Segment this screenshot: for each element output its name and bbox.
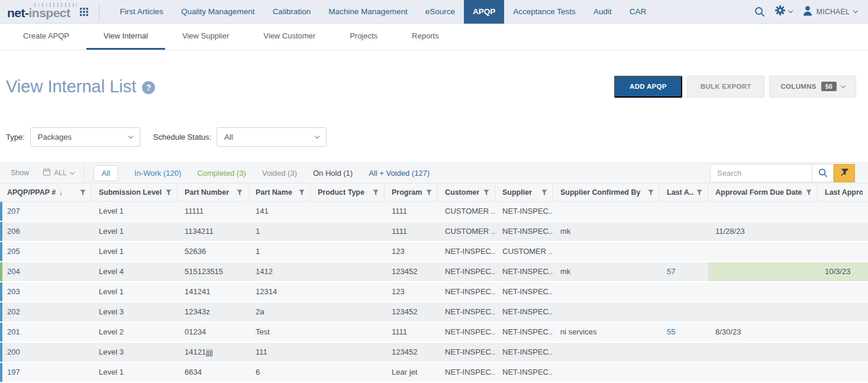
apqp-number-link[interactable]: 205 [0, 242, 92, 261]
table-row-200[interactable]: 200Level 314121jjjj111123452NET-INSPEC..… [0, 343, 868, 362]
cell-approval-form-due-date [708, 242, 818, 261]
schedule-status-select[interactable]: All [217, 127, 327, 147]
status-tab-in-work-120[interactable]: In-Work (120) [134, 169, 181, 178]
status-tab-all-voided-127[interactable]: All + Voided (127) [369, 169, 430, 178]
sub-nav-item-create-apqp[interactable]: Create APQP [6, 24, 86, 50]
columns-button[interactable]: COLUMNS 50 [769, 76, 856, 98]
main-nav-item-car[interactable]: CAR [621, 0, 656, 24]
sub-nav-item-view-supplier[interactable]: View Supplier [165, 24, 246, 50]
cell-submission-level: Level 1 [92, 242, 178, 261]
column-filter-funnel-icon[interactable] [237, 189, 243, 196]
apqp-number-link[interactable]: 204 [0, 262, 92, 281]
table-row-201[interactable]: 201Level 201234Test1111NET-INSPEC...NET-… [0, 323, 868, 342]
column-label: Part Number [185, 188, 229, 197]
sub-nav-item-view-internal[interactable]: View Internal [86, 24, 165, 50]
column-header-last-appro[interactable]: Last Appro... [818, 184, 868, 201]
column-filter-funnel-icon[interactable] [648, 189, 654, 196]
column-header-apqp-ppap[interactable]: APQP/PPAP #↓ [0, 184, 92, 201]
status-tab-on-hold-1[interactable]: On Hold (1) [313, 169, 353, 178]
apqp-number-link[interactable]: 207 [0, 202, 92, 221]
cell-product-type [311, 363, 385, 382]
column-filter-funnel-icon[interactable] [426, 189, 432, 196]
column-filter-funnel-icon[interactable] [80, 189, 86, 196]
bulk-export-button[interactable]: BULK EXPORT [687, 76, 765, 98]
cell-supplier-confirmed-by [553, 343, 660, 362]
table-row-203[interactable]: 203Level 114124112314123NET-INSPEC...NET… [0, 282, 868, 301]
search-icon[interactable] [754, 7, 765, 17]
table-row-207[interactable]: 207Level 1111111411111CUSTOMER ...NET-IN… [0, 202, 868, 221]
date-range-dropdown[interactable]: ALL [43, 168, 73, 178]
column-filter-funnel-icon[interactable] [806, 189, 812, 196]
apqp-number-link[interactable]: 201 [0, 323, 92, 342]
column-label: Part Name [256, 188, 292, 197]
table-row-197[interactable]: 197Level 166346Lear jetNET-INSPEC...NET-… [0, 363, 868, 382]
type-select[interactable]: Packages [30, 127, 140, 147]
clear-filters-button[interactable] [834, 164, 855, 182]
apps-grid-icon[interactable] [80, 8, 88, 16]
cell-supplier: NET-INSPEC... [495, 262, 553, 281]
column-header-customer[interactable]: Customer [438, 184, 495, 201]
column-header-approval-form-due-date[interactable]: Approval Form Due Date [708, 184, 818, 201]
cell-submission-level: Level 3 [92, 343, 178, 362]
main-nav-item-machine-management[interactable]: Machine Management [320, 0, 417, 24]
cell-submission-level: Level 3 [92, 302, 178, 321]
apqp-number-link[interactable]: 200 [0, 343, 92, 362]
column-header-submission-level[interactable]: Submission Level [92, 184, 178, 201]
column-label: Approval Form Due Date [715, 188, 802, 197]
column-header-supplier[interactable]: Supplier [495, 184, 553, 201]
table-row-202[interactable]: 202Level 312343z2a123452NET-INSPEC...NET… [0, 302, 868, 321]
cell-part-name: 111 [249, 343, 311, 362]
search-button[interactable] [812, 164, 834, 182]
table-row-206[interactable]: 206Level 1113421111111CUSTOMER ...NET-IN… [0, 222, 868, 241]
search-input[interactable] [710, 164, 812, 182]
add-apqp-button[interactable]: ADD APQP [614, 76, 682, 98]
status-tab-voided-3[interactable]: Voided (3) [262, 169, 297, 178]
column-header-part-number[interactable]: Part Number [178, 184, 249, 201]
column-filter-funnel-icon[interactable] [166, 189, 172, 196]
cell-last-a [660, 343, 708, 362]
cell-part-number: 515123515 [178, 262, 249, 281]
table-row-205[interactable]: 205Level 1526361123NET-INSPEC...CUSTOMER… [0, 242, 868, 261]
cell-product-type [311, 242, 385, 261]
main-nav-item-apqp[interactable]: APQP [464, 0, 504, 24]
status-tab-all[interactable]: All [93, 165, 118, 181]
chevron-down-icon [69, 169, 74, 174]
table-row-204[interactable]: 204Level 45151235151412123452NET-INSPEC.… [0, 262, 868, 281]
table-body: 207Level 1111111411111CUSTOMER ...NET-IN… [0, 202, 868, 382]
column-header-part-name[interactable]: Part Name [249, 184, 311, 201]
sub-nav-item-projects[interactable]: Projects [333, 24, 395, 50]
column-filter-funnel-icon[interactable] [373, 189, 379, 196]
page-title-text: View Internal List [6, 77, 136, 96]
user-menu[interactable]: MICHAEL [802, 5, 857, 19]
chevron-down-icon [315, 134, 320, 139]
main-nav-item-calibration[interactable]: Calibration [264, 0, 320, 24]
apqp-number-link[interactable]: 202 [0, 302, 92, 321]
main-nav-item-acceptance-tests[interactable]: Acceptance Tests [504, 0, 585, 24]
main-nav-item-first-articles[interactable]: First Articles [111, 0, 173, 24]
main-nav-item-esource[interactable]: eSource [417, 0, 464, 24]
help-icon[interactable]: ? [142, 81, 155, 94]
column-filter-funnel-icon[interactable] [299, 189, 305, 196]
cell-last-a[interactable]: 55 [660, 323, 708, 342]
column-header-product-type[interactable]: Product Type [311, 184, 385, 201]
main-nav-item-audit[interactable]: Audit [585, 0, 621, 24]
column-header-program[interactable]: Program [385, 184, 438, 201]
column-filter-funnel-icon[interactable] [696, 189, 702, 196]
status-tab-completed-3[interactable]: Completed (3) [197, 169, 246, 178]
sub-nav-item-reports[interactable]: Reports [395, 24, 456, 50]
cell-last-a[interactable]: 57 [660, 262, 708, 281]
sub-nav-item-view-customer[interactable]: View Customer [246, 24, 333, 50]
apqp-number-link[interactable]: 197 [0, 363, 92, 382]
app-logo[interactable]: net-inspect [7, 4, 70, 20]
cell-supplier: NET-INSPEC... [495, 363, 553, 382]
apqp-number-link[interactable]: 206 [0, 222, 92, 241]
column-filter-funnel-icon[interactable] [541, 189, 547, 196]
cell-customer: CUSTOMER ... [438, 222, 495, 241]
cell-approval-form-due-date [708, 302, 818, 321]
apqp-number-link[interactable]: 203 [0, 282, 92, 301]
column-header-last-a[interactable]: Last A... [660, 184, 708, 201]
main-nav-item-quality-management[interactable]: Quality Management [172, 0, 264, 24]
column-header-supplier-confirmed-by[interactable]: Supplier Confirmed By [553, 184, 660, 201]
column-filter-funnel-icon[interactable] [483, 189, 489, 196]
settings-menu[interactable] [775, 5, 792, 18]
